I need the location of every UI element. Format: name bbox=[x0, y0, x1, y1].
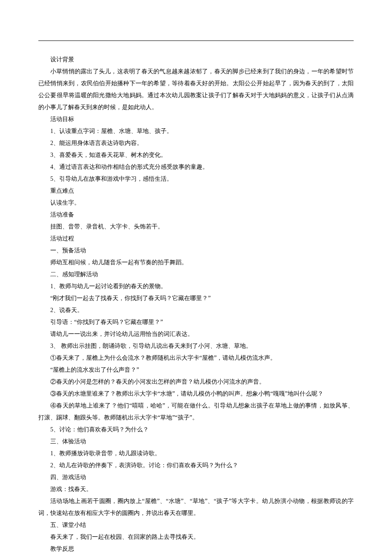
keypoints-heading: 重点难点 bbox=[38, 185, 354, 197]
objective-item-1: 1、认读重点字词：屋檐、水塘、草地、孩子。 bbox=[38, 125, 354, 137]
step2-quote2: “屋檐上的流水发出了什么声音？” bbox=[38, 364, 354, 376]
keypoints-body: 认读生字。 bbox=[38, 197, 354, 209]
objective-item-4: 4、通过语言表达和动作相结合的形式充分感受故事的童趣。 bbox=[38, 161, 354, 173]
step2-sub1: ①春天来了，屋檐上为什么会流水？教师随机出示大字卡“屋檐”，请幼儿模仿流水声。 bbox=[38, 352, 354, 364]
background-body: 小草悄悄的露出了头儿，这表明了春天的气息越来越浓郁了，春天的脚步已经来到了我们的… bbox=[38, 66, 354, 113]
objective-item-2: 2、能运用身体语言表达诗歌内容。 bbox=[38, 137, 354, 149]
header-rule bbox=[38, 40, 354, 41]
step1-body: 师幼互相问候，幼儿随音乐一起有节奏的拍手舞蹈。 bbox=[38, 257, 354, 269]
step2-item2: 2、说春天。 bbox=[38, 304, 354, 316]
step2-item3: 3、 教师出示挂图，朗诵诗歌，引导幼儿说出春天来到了小河、水塘、草地。 bbox=[38, 340, 354, 352]
step2-guide-body: 请幼儿一一说出来，并讨论幼儿运用恰当的词汇表达。 bbox=[38, 328, 354, 340]
step2-sub3: ③春天的水塘里谁来了？教师出示大字卡“水塘”，请幼儿模仿小鸭的叫声。想象小鸭“嘎… bbox=[38, 388, 354, 400]
step4-game-body: 活动场地上画若干圆圈，圈内放上“屋檐”、“水塘”、“草地”、“孩子”等大字卡。幼… bbox=[38, 495, 354, 519]
step2-item5: 5、讨论：他们喜欢春天吗？为什么？ bbox=[38, 424, 354, 436]
step2-guide: 引导语：“你找到了春天吗？它藏在哪里？” bbox=[38, 316, 354, 328]
objective-item-5: 5、引导幼儿在故事和游戏中学习，感悟生活。 bbox=[38, 173, 354, 185]
step3-title: 三、体验活动 bbox=[38, 436, 354, 448]
step4-game-title: 游戏：找春天。 bbox=[38, 483, 354, 495]
step4-title: 四、游戏活动 bbox=[38, 471, 354, 483]
step5-body: 春天来了，我们一起在校园、在回家的路上去寻找春天。 bbox=[38, 531, 354, 543]
step2-sub2: ②春天的小河是怎样的？春天的小河发出怎样的声音？幼儿模仿小河流水的声音。 bbox=[38, 376, 354, 388]
preparation-body: 挂图、音带、录音机、大字卡、头饰若干。 bbox=[38, 221, 354, 233]
step3-item2: 2、幼儿在诗歌的伴奏下，表演诗歌。讨论：你们喜欢春天吗？为什么？ bbox=[38, 460, 354, 471]
background-heading: 设计背景 bbox=[38, 54, 354, 66]
preparation-heading: 活动准备 bbox=[38, 209, 354, 221]
step1-title: 一、预备活动 bbox=[38, 245, 354, 257]
objective-item-3: 3、喜爱春天，知道春天花草、树木的变化。 bbox=[38, 149, 354, 161]
step5-title: 五、课堂小结 bbox=[38, 519, 354, 531]
step2-item1: 1、教师与幼儿一起讨论看到的春天的景物。 bbox=[38, 280, 354, 292]
reflection-heading: 教学反思 bbox=[38, 543, 354, 555]
step2-sub4: ④春天的草地上谁来了？他们“嘻嘻，哈哈”，可能在做什么。引导幼儿想象出孩子在草地… bbox=[38, 400, 354, 424]
process-heading: 活动过程 bbox=[38, 233, 354, 245]
step2-quote1: “刚才我们一起去了找春天，你找到了春天吗？它藏在哪里？” bbox=[38, 292, 354, 304]
step3-item1: 1、教师播放诗歌录音带，幼儿跟读诗歌。 bbox=[38, 448, 354, 460]
objectives-heading: 活动目标 bbox=[38, 113, 354, 125]
step2-title: 二、感知理解活动 bbox=[38, 269, 354, 280]
